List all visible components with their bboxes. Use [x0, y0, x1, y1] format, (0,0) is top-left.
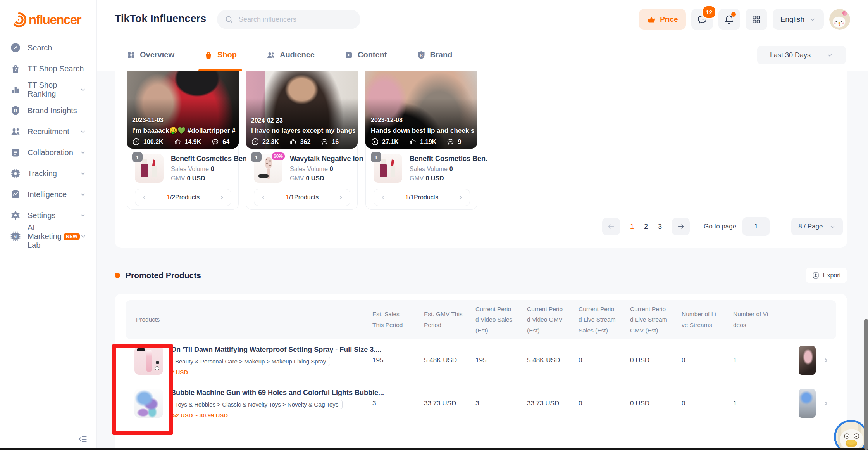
goto-page-input[interactable] [742, 217, 770, 236]
row-expand-chevron-icon[interactable] [822, 400, 830, 407]
pager-prev-icon[interactable] [260, 194, 267, 201]
svg-text:R: R [420, 53, 423, 57]
live-gmv-value: 0 USD [630, 400, 682, 407]
video-stats: 22.3K 362 16 [251, 138, 355, 146]
pagination-prev-button[interactable] [602, 218, 620, 235]
sidebar-item-recruitment[interactable]: Recruitment [0, 121, 96, 142]
chevron-down-icon [829, 223, 836, 230]
pager-next-icon[interactable] [457, 194, 464, 201]
product-rank-badge: 1 [251, 152, 262, 162]
thumbs-up-icon [289, 138, 297, 146]
brand-logo[interactable]: nfluencer [10, 11, 81, 29]
new-badge: NEW [64, 233, 80, 240]
page-number-3[interactable]: 3 [658, 223, 662, 231]
sidebar-item-brand-insights[interactable]: R Brand Insights [0, 100, 96, 121]
column-header: Est. GMV This Period [424, 309, 475, 330]
row-expand-chevron-icon[interactable] [822, 357, 830, 364]
page-size-selector[interactable]: 8 / Page [791, 218, 842, 235]
video-thumbnail[interactable]: 2023-12-08 Hands down best lip and cheek… [365, 71, 477, 149]
sidebar-item-tt-shop-ranking[interactable]: TT Shop Ranking [0, 79, 96, 100]
tab-overview[interactable]: Overview [126, 39, 174, 71]
sidebar-item-ai-marketing-lab[interactable]: AI AI Marketing Lab NEW [0, 226, 96, 247]
messages-button[interactable]: 12 [691, 9, 713, 30]
tab-content[interactable]: Content [344, 39, 387, 71]
card-product[interactable]: 1 Benefit Cosmetics Ben. Sales Volume0 G… [374, 154, 487, 184]
promoted-products-table: Products Est. Sales This Period Est. GMV… [115, 294, 847, 450]
export-icon [812, 272, 820, 279]
notifications-button[interactable] [718, 9, 740, 30]
avatar[interactable] [829, 9, 850, 30]
price-button[interactable]: Price [639, 9, 685, 30]
svg-text:AI: AI [14, 235, 17, 239]
compass-icon [10, 42, 21, 53]
brand-logo-text: nfluencer [29, 12, 81, 27]
video-date: 2023-11-03 [132, 117, 236, 124]
comment-icon [446, 138, 455, 146]
sidebar-item-intelligence[interactable]: Intelligence [0, 184, 96, 205]
video-mini-thumbnail[interactable] [799, 389, 816, 418]
pagination-next-button[interactable] [672, 218, 690, 235]
sales-volume-label: Sales Volume [410, 166, 448, 172]
product-image: 1 [135, 154, 164, 183]
page-title: TikTok Influencers [115, 13, 206, 25]
video-thumbnail[interactable]: 2023-11-03 I'm baaaack🤑💚 #dollartripper … [127, 71, 239, 149]
product-name: Benefit Cosmetics Ben. [171, 155, 249, 163]
export-button[interactable]: Export [806, 268, 847, 283]
video-stats: 100.2K 14.9K 64 [132, 138, 236, 146]
sidebar-item-tt-shop-search[interactable]: TT Shop Search [0, 58, 96, 79]
document-icon [10, 147, 21, 158]
search-input[interactable] [238, 15, 348, 24]
sidebar-item-search[interactable]: Search [0, 37, 96, 58]
video-thumbnail[interactable]: 2024-02-23 I have no layers except my ba… [246, 71, 358, 149]
pager-text: 1/1Products [405, 194, 438, 201]
row-actions [785, 389, 836, 418]
sidebar-item-collaboration[interactable]: Collaboration [0, 142, 96, 163]
search-bar[interactable] [217, 10, 360, 29]
product-info: Benefit Cosmetics Ben. Sales Volume0 GMV… [171, 154, 249, 184]
tab-shop[interactable]: Shop [204, 39, 237, 71]
period-selector[interactable]: Last 30 Days [757, 46, 846, 64]
video-gmv-value: 5.48K USD [527, 357, 579, 364]
target-icon [10, 168, 21, 179]
sidebar-collapse-button[interactable] [76, 433, 90, 445]
pager-total: /2Products [170, 194, 200, 201]
video-card: 2023-12-08 Hands down best lip and cheek… [365, 71, 477, 210]
pager-next-icon[interactable] [218, 194, 225, 201]
page-number-1[interactable]: 1 [630, 223, 634, 231]
language-selector[interactable]: English [773, 9, 824, 30]
sidebar-item-label: AI Marketing Lab [28, 223, 62, 250]
page-number-2[interactable]: 2 [644, 223, 648, 231]
sales-volume-value: 0 [450, 166, 453, 172]
screen-bottom-edge [0, 448, 868, 450]
product-title: Bubble Machine Gun with 69 Holes and Col… [171, 389, 372, 397]
like-count: 14.9K [185, 138, 202, 145]
video-title: Hands down best lip and cheek stain ❤ [371, 126, 474, 135]
video-mini-thumbnail[interactable] [799, 346, 816, 375]
table-row[interactable]: On 'Til Dawn Mattifying Waterproof Setti… [126, 339, 836, 382]
sidebar-item-label: Settings [28, 211, 55, 220]
video-sales-value: 195 [475, 357, 527, 364]
tab-brand[interactable]: R Brand [417, 39, 453, 71]
video-stats: 27.1K 1.19K 9 [371, 138, 474, 146]
header-actions: Price 12 English [639, 9, 850, 30]
comment-icon [320, 138, 329, 146]
sidebar: nfluencer Search TT Shop Search TT Shop [0, 0, 97, 450]
tab-audience[interactable]: Audience [266, 39, 315, 71]
card-product[interactable]: 1 60% Wavytalk Negative Ion Sales Volume… [254, 154, 363, 184]
chevron-down-icon [826, 52, 833, 59]
audience-people-icon [266, 50, 276, 60]
pager-prev-icon[interactable] [380, 194, 387, 201]
pager-text: 1/1Products [286, 194, 319, 201]
video-card: 2024-02-23 I have no layers except my ba… [246, 71, 358, 210]
product-image [134, 389, 163, 418]
sidebar-item-label: Intelligence [28, 190, 67, 199]
page-scrollbar[interactable] [864, 319, 868, 450]
card-product[interactable]: 1 Benefit Cosmetics Ben. Sales Volume0 G… [135, 154, 249, 184]
table-row[interactable]: Bubble Machine Gun with 69 Holes and Col… [126, 382, 836, 425]
sidebar-item-tracking[interactable]: Tracking [0, 163, 96, 184]
apps-button[interactable] [746, 9, 767, 30]
assistant-widget[interactable] [834, 420, 868, 450]
pager-next-icon[interactable] [337, 194, 344, 201]
product-price: .52 USD ~ 30.99 USD [171, 412, 372, 419]
pager-prev-icon[interactable] [141, 194, 148, 201]
